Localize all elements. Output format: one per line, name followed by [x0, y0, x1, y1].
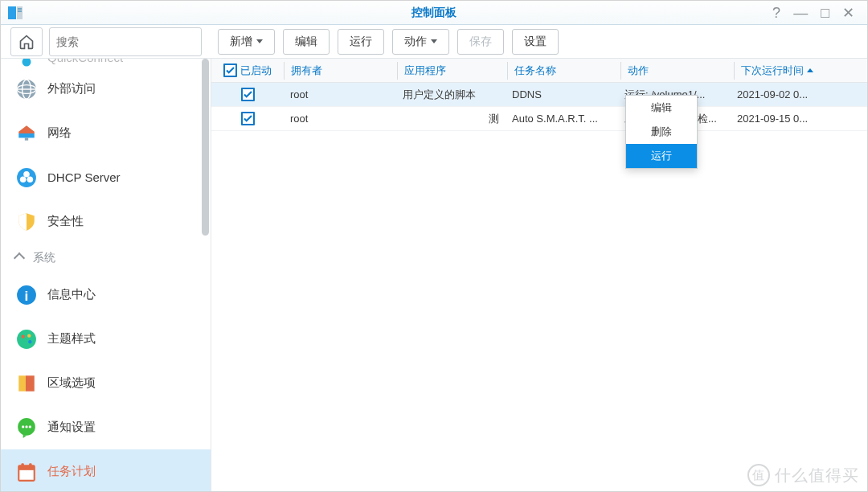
table-row[interactable]: root 用户定义的脚本 DDNS 运行: /volume1/... 2021-…: [211, 83, 867, 107]
col-app[interactable]: 应用程序: [398, 64, 507, 78]
shield-icon: [15, 211, 38, 233]
sidebar-item-region[interactable]: 区域选项: [1, 361, 211, 405]
svg-rect-11: [18, 133, 35, 137]
edit-button[interactable]: 编辑: [283, 29, 330, 55]
ctx-edit[interactable]: 编辑: [626, 96, 697, 120]
section-label: 系统: [33, 251, 55, 265]
watermark: 值 什么值得买: [747, 464, 859, 486]
watermark-icon: 值: [747, 464, 770, 486]
home-button[interactable]: [10, 27, 43, 56]
svg-point-21: [27, 334, 31, 337]
checkbox-checked-icon[interactable]: [241, 88, 255, 101]
run-button[interactable]: 运行: [338, 29, 384, 55]
svg-rect-31: [22, 463, 24, 467]
toolbar: 新增 编辑 运行 动作 保存 设置: [1, 25, 867, 59]
sidebar-item-label: QuickConnect: [47, 59, 123, 64]
scrollbar-thumb[interactable]: [202, 59, 209, 236]
cell-taskname: Auto S.M.A.R.T. ...: [506, 113, 618, 125]
watermark-text: 什么值得买: [775, 465, 859, 486]
sidebar-item-theme[interactable]: 主题样式: [1, 317, 211, 361]
sidebar-item-notify[interactable]: 通知设置: [1, 405, 211, 449]
col-enabled[interactable]: 已启动: [211, 64, 284, 78]
add-button[interactable]: 新增: [218, 29, 275, 55]
minimize-icon[interactable]: —: [793, 6, 808, 20]
svg-point-16: [23, 170, 30, 177]
quickconnect-icon: [15, 59, 38, 73]
cell-owner: root: [284, 88, 396, 100]
app-window: 控制面板 ? — □ ✕ 新增 编辑 运行 动作 保存 设置: [0, 0, 868, 492]
add-label: 新增: [230, 35, 252, 49]
sidebar-item-external[interactable]: 外部访问: [1, 67, 211, 111]
window-controls: ? — □ ✕: [772, 6, 867, 20]
sidebar: QuickConnect 外部访问 网络 DHCP Server 安全性: [1, 59, 211, 491]
svg-rect-0: [8, 6, 16, 19]
svg-point-22: [28, 340, 31, 343]
svg-rect-12: [25, 137, 28, 140]
checkbox-checked-icon[interactable]: [241, 112, 255, 125]
svg-point-19: [17, 330, 36, 349]
sidebar-item-label: DHCP Server: [47, 170, 121, 184]
svg-point-28: [29, 425, 31, 428]
action-label: 动作: [404, 35, 427, 49]
cell-owner: root: [284, 113, 396, 125]
sidebar-item-label: 外部访问: [47, 81, 96, 96]
window-title: 控制面板: [411, 6, 457, 20]
svg-point-6: [23, 59, 31, 67]
network-icon: [15, 122, 38, 145]
ctx-delete[interactable]: 删除: [626, 120, 697, 144]
svg-rect-23: [18, 375, 26, 392]
sidebar-item-label: 安全性: [47, 214, 84, 229]
cell-nextrun: 2021-09-02 0...: [731, 88, 841, 100]
flag-icon: [15, 372, 38, 395]
sidebar-item-quickconnect[interactable]: QuickConnect: [1, 59, 211, 67]
sidebar-item-dhcp[interactable]: DHCP Server: [1, 155, 211, 199]
titlebar: 控制面板 ? — □ ✕: [1, 1, 867, 25]
caret-down-icon: [431, 39, 437, 43]
sidebar-item-info[interactable]: i 信息中心: [1, 273, 211, 317]
sidebar-item-label: 区域选项: [47, 375, 96, 391]
sidebar-item-label: 信息中心: [47, 287, 96, 302]
settings-button[interactable]: 设置: [512, 29, 559, 55]
cell-app: 测: [396, 112, 506, 126]
svg-point-27: [25, 425, 27, 428]
search-input-wrap[interactable]: [49, 27, 202, 56]
col-action[interactable]: 动作: [621, 64, 734, 78]
search-input[interactable]: [56, 35, 197, 48]
task-table: 已启动 拥有者 应用程序 任务名称 动作 下次运行时间 root 用户定义的脚本…: [211, 59, 867, 491]
calendar-icon: [15, 461, 38, 483]
svg-rect-24: [26, 375, 35, 392]
caret-down-icon: [256, 39, 263, 43]
sort-asc-icon: [807, 68, 813, 72]
action-button[interactable]: 动作: [392, 29, 449, 55]
cell-taskname: DDNS: [506, 88, 618, 100]
col-taskname[interactable]: 任务名称: [508, 64, 620, 78]
sidebar-item-security[interactable]: 安全性: [1, 199, 211, 244]
sidebar-item-label: 通知设置: [47, 420, 96, 435]
sidebar-section-system[interactable]: 系统: [1, 244, 211, 273]
chat-icon: [15, 416, 38, 439]
cell-app: 用户定义的脚本: [396, 88, 506, 102]
svg-rect-30: [18, 465, 35, 469]
svg-point-20: [22, 334, 25, 338]
ctx-run[interactable]: 运行: [626, 144, 697, 168]
table-header: 已启动 拥有者 应用程序 任务名称 动作 下次运行时间: [211, 59, 867, 83]
help-icon[interactable]: ?: [772, 6, 780, 20]
dhcp-icon: [15, 166, 38, 189]
globe-icon: [15, 78, 38, 100]
close-icon[interactable]: ✕: [842, 6, 854, 20]
sidebar-item-task[interactable]: 任务计划: [1, 449, 211, 491]
table-row[interactable]: root 测 Auto S.M.A.R.T. ... 对所有支持快速检... 2…: [211, 107, 867, 131]
app-icon: [7, 5, 23, 21]
svg-rect-2: [18, 8, 22, 10]
col-owner[interactable]: 拥有者: [285, 64, 397, 78]
context-menu: 编辑 删除 运行: [625, 95, 698, 169]
sidebar-item-network[interactable]: 网络: [1, 111, 211, 155]
body: QuickConnect 外部访问 网络 DHCP Server 安全性: [1, 59, 867, 491]
col-nextrun[interactable]: 下次运行时间: [735, 64, 845, 78]
main-panel: 已启动 拥有者 应用程序 任务名称 动作 下次运行时间 root 用户定义的脚本…: [211, 59, 867, 491]
maximize-icon[interactable]: □: [821, 6, 829, 20]
svg-point-26: [22, 425, 24, 428]
svg-point-13: [17, 168, 36, 187]
svg-point-14: [20, 176, 27, 182]
palette-icon: [15, 328, 38, 351]
